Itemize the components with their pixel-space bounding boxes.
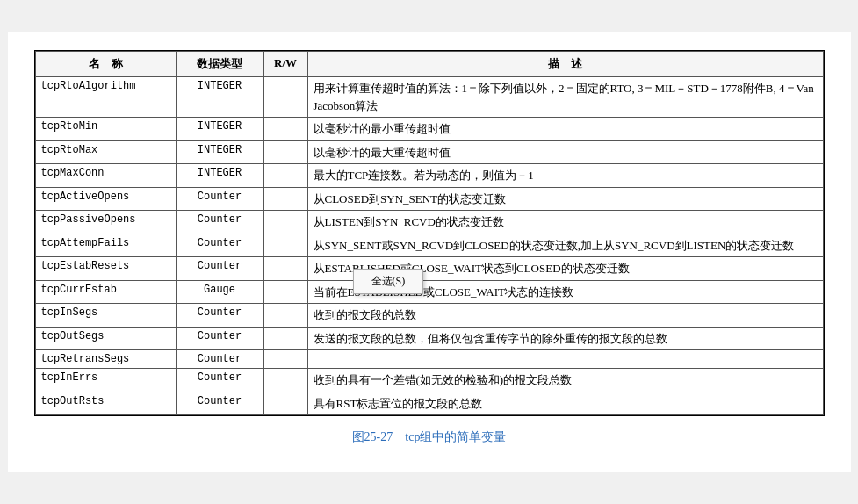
cell-type: Gauge (176, 280, 263, 304)
caption-figure: 图25-27 (352, 430, 393, 443)
cell-name: tcpRtoMin (35, 118, 176, 141)
cell-rw (263, 234, 307, 257)
cell-desc: 从LISTEN到SYN_RCVD的状态变迁数 (307, 211, 823, 234)
context-menu-item-selectall[interactable]: 全选(S) (354, 271, 423, 292)
table-row: tcpAttempFailsCounter从SYN_SENT或SYN_RCVD到… (35, 234, 823, 257)
cell-rw (263, 77, 307, 118)
cell-desc: 以毫秒计的最大重传超时值 (307, 140, 823, 164)
cell-desc: 从CLOSED到SYN_SENT的状态变迁数 (307, 187, 823, 211)
cell-desc: 最大的TCP连接数。若为动态的，则值为－1 (307, 164, 823, 188)
table-row: tcpPassiveOpensCounter从LISTEN到SYN_RCVD的状… (35, 211, 823, 234)
cell-type: INTEGER (176, 77, 263, 118)
cell-rw (263, 327, 307, 350)
cell-desc: 发送的报文段的总数，但将仅包含重传字节的除外重传的报文段的总数 (307, 327, 823, 350)
cell-type: Counter (176, 369, 263, 392)
cell-type: INTEGER (176, 140, 263, 164)
cell-rw (263, 392, 307, 415)
page-container: 名 称 数据类型 R/W 描 述 tcpRtoAlgorithmINTEGER用… (8, 32, 851, 472)
cell-name: tcpRetransSegs (35, 350, 176, 369)
cell-name: tcpRtoMax (35, 140, 176, 164)
table-row: tcpInSegsCounter收到的报文段的总数 (35, 304, 823, 328)
table-row: tcpRtoMinINTEGER以毫秒计的最小重传超时值 (35, 118, 823, 141)
header-type: 数据类型 (176, 52, 263, 77)
table-row: tcpOutSegsCounter发送的报文段的总数，但将仅包含重传字节的除外重… (35, 327, 823, 350)
table-row: tcpEstabResetsCounter从ESTABLISHED或CLOSE_… (35, 257, 823, 281)
cell-type: INTEGER (176, 118, 263, 141)
table-row: tcpRtoMaxINTEGER以毫秒计的最大重传超时值 (35, 140, 823, 164)
table-row: tcpRtoAlgorithmINTEGER用来计算重传超时值的算法：1＝除下列… (35, 77, 823, 118)
context-menu: 全选(S) (353, 269, 424, 294)
cell-name: tcpPassiveOpens (35, 211, 176, 234)
cell-name: tcpInErrs (35, 369, 176, 392)
header-desc: 描 述 (307, 52, 823, 77)
cell-desc: 收到的具有一个差错(如无效的检验和)的报文段总数 (307, 369, 823, 392)
cell-name: tcpCurrEstab (35, 280, 176, 304)
cell-rw (263, 140, 307, 164)
table-header-row: 名 称 数据类型 R/W 描 述 (35, 52, 823, 77)
table-row: tcpRetransSegsCounter (35, 350, 823, 369)
cell-rw (263, 187, 307, 211)
cell-name: tcpRtoAlgorithm (35, 77, 176, 118)
table-row: tcpActiveOpensCounter从CLOSED到SYN_SENT的状态… (35, 187, 823, 211)
cell-rw (263, 211, 307, 234)
cell-name: tcpActiveOpens (35, 187, 176, 211)
cell-name: tcpMaxConn (35, 164, 176, 188)
table-row: tcpMaxConnINTEGER最大的TCP连接数。若为动态的，则值为－1 (35, 164, 823, 188)
cell-desc: 具有RST标志置位的报文段的总数 (307, 392, 823, 415)
cell-rw (263, 280, 307, 304)
cell-type: INTEGER (176, 164, 263, 188)
cell-type: Counter (176, 392, 263, 415)
table-row: tcpOutRstsCounter具有RST标志置位的报文段的总数 (35, 392, 823, 415)
cell-type: Counter (176, 350, 263, 369)
cell-type: Counter (176, 234, 263, 257)
cell-rw (263, 118, 307, 141)
header-name: 名 称 (35, 52, 176, 77)
cell-type: Counter (176, 257, 263, 281)
cell-rw (263, 164, 307, 188)
main-table: 名 称 数据类型 R/W 描 述 tcpRtoAlgorithmINTEGER用… (35, 51, 824, 415)
cell-name: tcpEstabResets (35, 257, 176, 281)
cell-desc: 从SYN_SENT或SYN_RCVD到CLOSED的状态变迁数,加上从SYN_R… (307, 234, 823, 257)
cell-desc: 用来计算重传超时值的算法：1＝除下列值以外，2＝固定的RTO, 3＝MIL－ST… (307, 77, 823, 118)
table-row: tcpInErrsCounter收到的具有一个差错(如无效的检验和)的报文段总数 (35, 369, 823, 392)
cell-name: tcpAttempFails (35, 234, 176, 257)
cell-type: Counter (176, 211, 263, 234)
cell-type: Counter (176, 187, 263, 211)
header-rw: R/W (263, 52, 307, 77)
cell-rw (263, 369, 307, 392)
table-row: tcpCurrEstabGauge当前在ESTABLISHED或CLOSE_WA… (35, 280, 823, 304)
cell-desc (307, 350, 823, 369)
cell-desc: 收到的报文段的总数 (307, 304, 823, 328)
cell-name: tcpInSegs (35, 304, 176, 328)
cell-name: tcpOutSegs (35, 327, 176, 350)
cell-rw (263, 350, 307, 369)
cell-rw (263, 304, 307, 328)
caption-text: tcp组中的简单变量 (405, 430, 506, 443)
cell-name: tcpOutRsts (35, 392, 176, 415)
cell-type: Counter (176, 327, 263, 350)
table-wrapper: 名 称 数据类型 R/W 描 述 tcpRtoAlgorithmINTEGER用… (34, 50, 825, 416)
figure-caption: 图25-27 tcp组中的简单变量 (34, 429, 825, 445)
cell-desc: 以毫秒计的最小重传超时值 (307, 118, 823, 141)
cell-type: Counter (176, 304, 263, 328)
cell-rw (263, 257, 307, 281)
